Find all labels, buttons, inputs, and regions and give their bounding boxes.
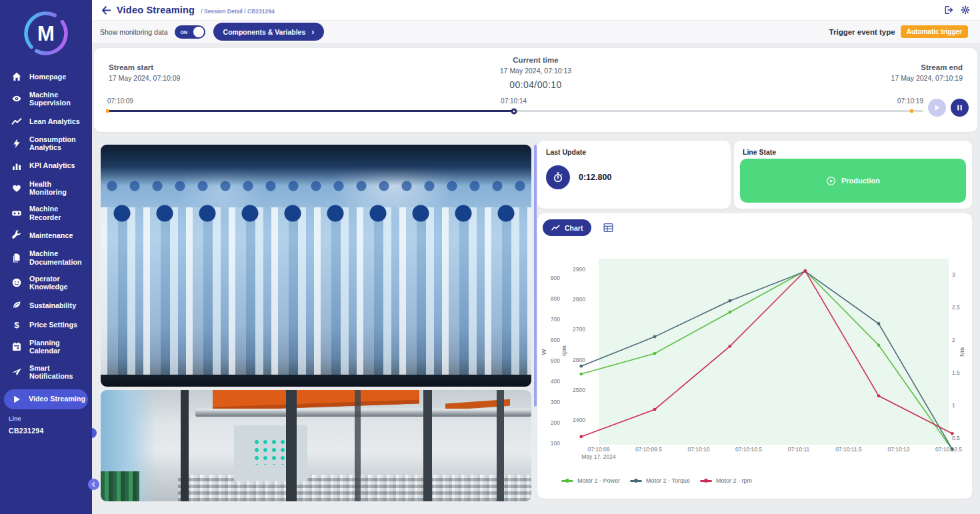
sidebar-item-operator-knowledge[interactable]: Operator Knowledge bbox=[0, 275, 92, 291]
table-view-button[interactable] bbox=[603, 222, 614, 233]
sidebar-item-lean-analytics[interactable]: Lean Analytics bbox=[0, 116, 92, 127]
chart-tabs: Chart bbox=[543, 219, 614, 236]
main-area: Video Streaming / Session Detail / CB231… bbox=[92, 0, 980, 514]
tab-chart[interactable]: Chart bbox=[543, 219, 591, 236]
legend-item-motor-2-rpm[interactable]: Motor 2 - rpm bbox=[700, 477, 752, 484]
back-arrow-icon[interactable] bbox=[101, 5, 112, 16]
sidebar-item-machine-recorder[interactable]: Machine Recorder bbox=[0, 205, 92, 221]
legend-label: Motor 2 - rpm bbox=[716, 477, 752, 484]
legend-label: Motor 2 - Torque bbox=[646, 477, 690, 484]
sidebar-item-price-settings[interactable]: $Price Settings bbox=[0, 319, 92, 330]
data-point bbox=[579, 365, 583, 368]
gear-icon[interactable] bbox=[961, 5, 970, 15]
stream-end-label: Stream end bbox=[789, 63, 963, 71]
play-button[interactable] bbox=[928, 99, 946, 117]
bars-icon bbox=[11, 161, 22, 171]
sidebar-item-consumption-analytics[interactable]: Consumption Analytics bbox=[0, 135, 92, 152]
pause-button[interactable] bbox=[951, 99, 969, 117]
y-tick-rpm: 2400 bbox=[573, 417, 585, 423]
chart-legend: Motor 2 - PowerMotor 2 - TorqueMotor 2 -… bbox=[561, 477, 752, 484]
current-time-datetime: 17 May 2024, 07:10:13 bbox=[449, 67, 623, 75]
y-tick-W: 400 bbox=[551, 378, 560, 385]
legend-swatch-dot bbox=[634, 479, 638, 483]
logo-ring-icon: M bbox=[21, 9, 71, 58]
x-tick-label: 07:10:10 bbox=[687, 446, 709, 453]
x-axis-date-label: May 17, 2024 bbox=[581, 453, 616, 460]
stream-start-label: Stream start bbox=[109, 63, 282, 71]
breadcrumb[interactable]: / Session Detail / CB231294 bbox=[201, 8, 275, 15]
chevron-left-icon bbox=[90, 481, 97, 488]
trend-icon bbox=[11, 116, 22, 127]
timeline-track[interactable]: 07:10:09 07:10:14 07:10:19 bbox=[107, 110, 923, 112]
legend-swatch-dot bbox=[704, 479, 708, 483]
panel-scrollbar[interactable] bbox=[534, 145, 537, 407]
heart-icon bbox=[11, 183, 22, 193]
legend-swatch-dot bbox=[565, 479, 569, 483]
x-tick-label: 07:10:09.5 bbox=[635, 446, 662, 453]
y-tick-Nm: 3 bbox=[952, 271, 955, 278]
video2-green-bottles bbox=[101, 471, 139, 501]
show-monitoring-label: Show monitoring data bbox=[100, 28, 168, 36]
timeline-handle[interactable] bbox=[511, 108, 517, 114]
sidebar: M HomepageMachine SupervisionLean Analyt… bbox=[0, 0, 92, 514]
send-icon bbox=[11, 367, 22, 377]
y-tick-W: 900 bbox=[551, 275, 560, 281]
sidebar-item-kpi-analytics[interactable]: KPI Analytics bbox=[0, 161, 92, 171]
sidebar-collapse-button[interactable] bbox=[88, 479, 99, 490]
sidebar-item-health-monitoring[interactable]: Health Monitoring bbox=[0, 180, 92, 197]
data-point bbox=[579, 373, 583, 376]
video-feed-2[interactable] bbox=[101, 390, 531, 501]
document-icon bbox=[11, 253, 22, 263]
sidebar-item-video-streaming[interactable]: Video Streaming bbox=[4, 389, 88, 409]
logout-icon[interactable] bbox=[944, 5, 953, 15]
play-icon bbox=[933, 103, 941, 112]
y-tick-rpm: 2700 bbox=[573, 326, 585, 333]
sidebar-item-label: Sustainability bbox=[29, 301, 76, 309]
data-point bbox=[877, 322, 881, 325]
app-logo[interactable]: M bbox=[0, 0, 92, 58]
y-tick-W: 600 bbox=[551, 337, 560, 343]
video2-frame-posts bbox=[101, 390, 531, 501]
sidebar-item-label: Planning Calendar bbox=[29, 339, 87, 355]
sidebar-item-smart-notifications[interactable]: Smart Notifications bbox=[0, 364, 92, 381]
stream-end-block: Stream end 17 May 2024, 07:10:19 bbox=[789, 57, 963, 90]
timeline-start-label: 07:10:09 bbox=[107, 97, 133, 105]
y-axis-title-W: W bbox=[541, 349, 547, 355]
y-tick-rpm: 2800 bbox=[573, 296, 585, 303]
wrench-icon bbox=[11, 230, 22, 241]
trigger-event-wrap: Trigger event type Automatic trigger bbox=[829, 25, 972, 38]
sidebar-item-homepage[interactable]: Homepage bbox=[0, 71, 92, 82]
monitoring-toggle[interactable]: ON bbox=[175, 25, 205, 39]
legend-swatch bbox=[700, 480, 712, 482]
toggle-on-label: ON bbox=[181, 29, 188, 34]
sidebar-line-label: Line bbox=[0, 415, 92, 422]
sidebar-item-maintenance[interactable]: Maintenance bbox=[0, 230, 92, 241]
stream-start-datetime: 17 May 2024, 07:10:09 bbox=[109, 74, 282, 82]
sidebar-item-planning-calendar[interactable]: Planning Calendar bbox=[0, 339, 92, 355]
line-chart: 100200300400500600700800900W240025002600… bbox=[537, 213, 972, 499]
y-tick-W: 700 bbox=[551, 316, 560, 323]
chart-plot-area bbox=[599, 259, 949, 445]
video-feed-1[interactable] bbox=[101, 145, 531, 387]
legend-item-motor-2-torque[interactable]: Motor 2 - Torque bbox=[630, 477, 690, 484]
legend-item-motor-2-power[interactable]: Motor 2 - Power bbox=[561, 477, 620, 484]
components-variables-button[interactable]: Components & Variables › bbox=[213, 23, 325, 41]
chart-card: 100200300400500600700800900W240025002600… bbox=[537, 213, 972, 499]
sidebar-item-label: Homepage bbox=[29, 73, 66, 81]
sidebar-item-machine-supervision[interactable]: Machine Supervision bbox=[0, 91, 92, 107]
sidebar-item-sustainability[interactable]: Sustainability bbox=[0, 300, 92, 311]
x-tick-label: 07:10:11.5 bbox=[835, 446, 862, 453]
tab-chart-label: Chart bbox=[565, 224, 583, 232]
automatic-trigger-badge: Automatic trigger bbox=[901, 25, 968, 38]
stream-panel: Stream start 17 May 2024, 07:10:09 Curre… bbox=[94, 48, 977, 132]
sidebar-item-label: KPI Analytics bbox=[29, 161, 75, 169]
y-tick-rpm: 2900 bbox=[573, 266, 585, 273]
data-point bbox=[579, 435, 583, 439]
leaf-icon bbox=[11, 300, 22, 311]
y-axis-title-rpm: rpm bbox=[561, 345, 567, 356]
sidebar-item-label: Machine Supervision bbox=[29, 91, 87, 107]
y-tick-Nm: 1 bbox=[952, 402, 955, 409]
data-point bbox=[653, 335, 657, 339]
sidebar-item-machine-documentation[interactable]: Machine Documentation bbox=[0, 249, 92, 266]
page-title: Video Streaming bbox=[117, 5, 195, 15]
